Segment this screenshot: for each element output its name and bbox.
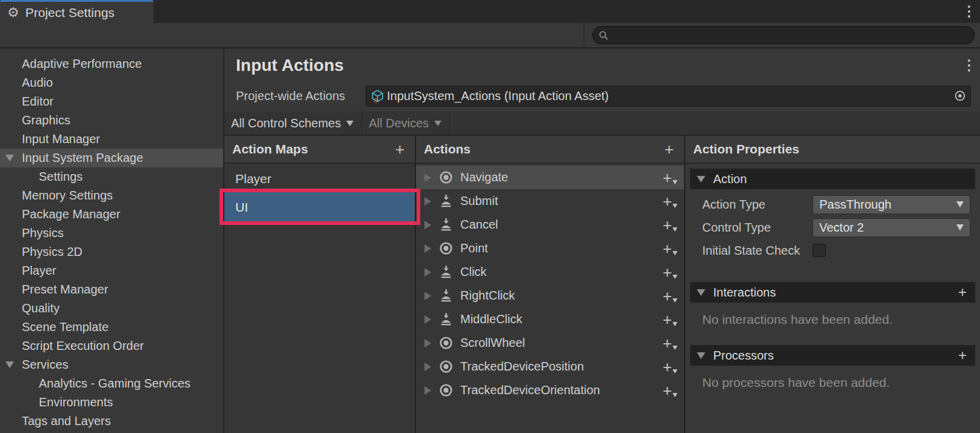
sidebar-item[interactable]: Preset Manager (0, 280, 223, 299)
foldout-triangle-icon[interactable] (5, 155, 14, 161)
sidebar-item[interactable]: Analytics - Gaming Services (0, 374, 223, 393)
add-processor-button[interactable]: + (956, 348, 968, 363)
expander-triangle-icon[interactable] (425, 315, 431, 324)
control-type-value: Vector 2 (819, 221, 864, 235)
object-picker-icon[interactable] (954, 90, 966, 102)
action-item[interactable]: RightClick + (416, 284, 684, 307)
search-input[interactable] (613, 30, 968, 41)
expander-triangle-icon[interactable] (425, 268, 431, 277)
add-action-map-button[interactable]: + (393, 141, 407, 157)
sidebar-item[interactable]: Scene Template (0, 318, 223, 337)
sidebar-item-label: Physics 2D (22, 245, 82, 259)
initial-state-checkbox[interactable] (813, 244, 826, 257)
sidebar-item[interactable]: Script Execution Order (0, 337, 223, 355)
toolbar-divider (583, 23, 585, 47)
button-control-icon (438, 193, 454, 209)
action-properties-header: Action Properties (693, 142, 799, 156)
control-type-dropdown[interactable]: Vector 2 (813, 218, 970, 237)
sidebar-item-label: Analytics - Gaming Services (39, 377, 190, 391)
sidebar-item-label: Audio (22, 76, 53, 90)
sidebar-item[interactable]: Graphics (0, 111, 223, 130)
add-binding-button[interactable]: + (663, 170, 677, 186)
sidebar-item[interactable]: Input Manager (0, 130, 223, 149)
add-binding-button[interactable]: + (663, 359, 677, 375)
search-icon (599, 30, 609, 41)
processors-section-title: Processors (713, 349, 774, 363)
sidebar-item[interactable]: Package Manager (0, 205, 223, 224)
sidebar-item-label: Editor (22, 95, 53, 109)
add-interaction-button[interactable]: + (956, 285, 968, 300)
action-map-item[interactable]: Player (224, 166, 415, 192)
sidebar-item-label: Adaptive Performance (22, 57, 142, 71)
expander-triangle-icon[interactable] (425, 221, 431, 229)
expander-triangle-icon[interactable] (425, 197, 431, 206)
tab-project-settings[interactable]: ⚙ Project Settings (0, 0, 153, 23)
sidebar-item[interactable]: Services (0, 355, 223, 374)
add-binding-button[interactable]: + (663, 312, 677, 327)
sidebar-item[interactable]: Physics 2D (0, 243, 223, 261)
add-binding-button[interactable]: + (663, 264, 677, 280)
action-item[interactable]: Click + (416, 260, 684, 284)
add-binding-button[interactable]: + (663, 335, 677, 351)
action-item[interactable]: TrackedDeviceOrientation + (416, 378, 684, 402)
sidebar-item[interactable]: Editor (0, 92, 223, 111)
project-wide-actions-label: Project-wide Actions (230, 89, 366, 103)
devices-dropdown[interactable]: All Devices (362, 112, 450, 135)
sidebar-item[interactable]: Settings (0, 167, 223, 186)
interactions-section-header[interactable]: Interactions + (690, 282, 975, 303)
page-title: Input Actions (236, 56, 344, 75)
action-maps-list: Player UI (224, 164, 415, 433)
add-binding-button[interactable]: + (663, 288, 677, 304)
control-schemes-dropdown[interactable]: All Control Schemes (224, 112, 362, 135)
project-wide-actions-object-field[interactable]: {} InputSystem_Actions (Input Action Ass… (366, 86, 971, 107)
action-label: Cancel (460, 218, 498, 232)
action-map-item[interactable]: UI (224, 192, 415, 223)
add-binding-button[interactable]: + (663, 193, 677, 209)
add-binding-button[interactable]: + (663, 241, 677, 257)
action-item[interactable]: Point + (416, 237, 684, 260)
actions-list: Navigate + (416, 164, 684, 433)
expander-triangle-icon[interactable] (425, 386, 431, 395)
expander-triangle-icon[interactable] (425, 292, 431, 300)
panel-menu-kebab-icon[interactable] (968, 59, 970, 72)
tab-title: Project Settings (25, 5, 115, 20)
search-box[interactable] (592, 26, 975, 44)
sidebar-item[interactable]: Player (0, 261, 223, 280)
svg-text:{}: {} (374, 96, 377, 102)
action-label: Point (460, 241, 488, 255)
expander-triangle-icon[interactable] (425, 244, 431, 253)
value-control-icon (438, 241, 454, 256)
sidebar-item[interactable]: Memory Settings (0, 186, 223, 205)
sidebar-item-label: Player (22, 264, 56, 278)
action-label: Click (460, 265, 486, 279)
foldout-triangle-icon[interactable] (5, 361, 14, 368)
expander-triangle-icon[interactable] (425, 173, 431, 182)
action-maps-header: Action Maps (232, 142, 308, 156)
sidebar-item[interactable]: Environments (0, 393, 223, 412)
value-control-icon (438, 359, 454, 374)
sidebar-item[interactable]: Quality (0, 299, 223, 318)
add-binding-button[interactable]: + (663, 383, 677, 398)
action-section-header[interactable]: Action (690, 169, 975, 189)
action-item[interactable]: Cancel + (416, 213, 684, 237)
processors-section-header[interactable]: Processors + (690, 345, 975, 366)
add-binding-button[interactable]: + (663, 217, 677, 233)
action-label: ScrollWheel (460, 336, 525, 350)
action-item[interactable]: Submit + (416, 189, 684, 213)
sidebar-item[interactable]: Audio (0, 73, 223, 92)
expander-triangle-icon[interactable] (425, 339, 431, 347)
sidebar-item[interactable]: Input System Package (0, 149, 223, 167)
action-item[interactable]: TrackedDevicePosition + (416, 355, 684, 378)
input-actions-panel: Input Actions Project-wide Actions {} (224, 49, 980, 433)
add-action-button[interactable]: + (662, 141, 676, 157)
initial-state-check-row: Initial State Check (690, 239, 975, 262)
action-item[interactable]: Navigate + (416, 166, 684, 189)
sidebar-item[interactable]: Adaptive Performance (0, 55, 223, 73)
window-menu-kebab-icon[interactable] (968, 5, 970, 18)
action-item[interactable]: ScrollWheel + (416, 331, 684, 355)
action-item[interactable]: MiddleClick + (416, 307, 684, 331)
action-type-dropdown[interactable]: PassThrough (813, 195, 970, 214)
sidebar-item[interactable]: Tags and Layers (0, 412, 223, 431)
sidebar-item[interactable]: Physics (0, 224, 223, 243)
expander-triangle-icon[interactable] (425, 363, 431, 371)
